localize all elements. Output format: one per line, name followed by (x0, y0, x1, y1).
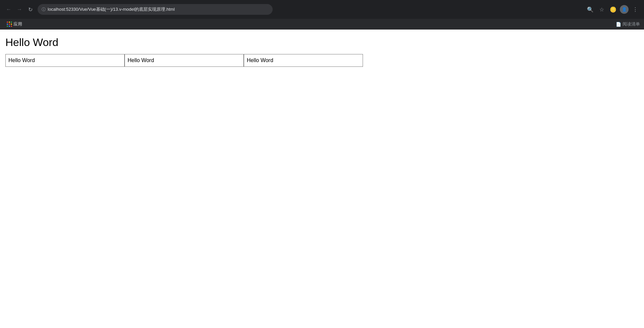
menu-button[interactable]: ⋮ (631, 5, 640, 14)
search-button[interactable]: 🔍 (586, 5, 595, 14)
avatar[interactable]: 👤 (620, 5, 629, 14)
input-1[interactable] (5, 54, 125, 67)
apps-grid-icon (7, 21, 12, 27)
input-2[interactable] (125, 54, 244, 67)
page-content: Hello Word (0, 30, 644, 74)
reader-label: 阅读清单 (623, 21, 640, 27)
reader-icon: 📄 (616, 22, 621, 27)
input-3[interactable] (244, 54, 363, 67)
page-title: Hello Word (5, 36, 639, 49)
lock-icon: ⓘ (42, 7, 46, 12)
reload-button[interactable]: ↻ (26, 5, 35, 14)
apps-button[interactable]: 应用 (4, 20, 25, 29)
bookmark-button[interactable]: ☆ (597, 5, 606, 14)
inputs-row (5, 54, 639, 67)
reader-mode-button[interactable]: 📄 阅读清单 (616, 21, 640, 27)
apps-label: 应用 (13, 21, 22, 27)
address-bar[interactable]: ⓘ localhost:52330/Vue/Vue基础(一)/13.v-mode… (38, 4, 273, 15)
back-button[interactable]: ← (4, 5, 13, 14)
extensions-button[interactable]: 🪙 (608, 5, 618, 14)
nav-buttons: ← → ↻ (4, 5, 35, 14)
forward-button[interactable]: → (15, 5, 24, 14)
browser-actions: 🔍 ☆ 🪙 👤 ⋮ (586, 5, 640, 14)
url-text: localhost:52330/Vue/Vue基础(一)/13.v-model的… (48, 6, 269, 12)
bookmarks-bar: 应用 📄 阅读清单 (0, 19, 644, 30)
browser-chrome: ← → ↻ ⓘ localhost:52330/Vue/Vue基础(一)/13.… (0, 0, 644, 19)
